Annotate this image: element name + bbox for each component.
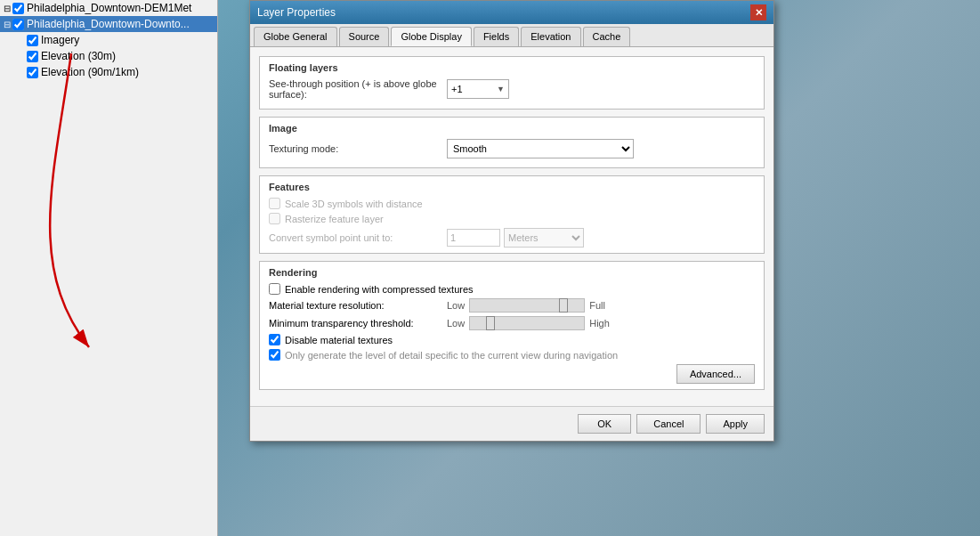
tab-elevation[interactable]: Elevation — [521, 27, 580, 46]
material-texture-slider[interactable] — [469, 298, 585, 313]
see-through-value: +1 — [451, 84, 463, 94]
features-title: Features — [269, 182, 755, 192]
see-through-dropdown[interactable]: +1 ▼ — [447, 79, 509, 99]
layer-label-philly-dem: Philadelphia_Downtown-DEM1Met — [27, 2, 191, 14]
disable-material-row: Disable material textures — [269, 334, 755, 345]
layer-checkbox-imagery[interactable] — [27, 35, 38, 46]
scale-3d-row: Scale 3D symbols with distance — [269, 198, 755, 209]
texturing-mode-label: Texturing mode: — [269, 143, 447, 154]
layer-properties-dialog: Layer Properties ✕ Globe General Source … — [249, 0, 774, 442]
dialog-title: Layer Properties — [257, 6, 336, 19]
only-generate-checkbox[interactable] — [269, 349, 280, 361]
layer-item-philly-dem[interactable]: ⊟Philadelphia_Downtown-DEM1Met — [0, 0, 217, 16]
expand-icon: ⊟ — [4, 4, 11, 13]
tab-cache[interactable]: Cache — [583, 27, 631, 46]
scale-3d-checkbox[interactable] — [269, 198, 280, 209]
rendering-title: Rendering — [269, 267, 755, 278]
material-texture-label: Material texture resolution: — [269, 300, 447, 311]
tab-source[interactable]: Source — [339, 27, 390, 46]
rasterize-label: Rasterize feature layer — [285, 214, 384, 224]
min-low-label: Low — [447, 318, 465, 329]
layer-label-elevation-90m: Elevation (90m/1km) — [41, 66, 139, 78]
layer-checkbox-elevation-90m[interactable] — [27, 67, 38, 78]
see-through-row: See-through position (+ is above globe s… — [269, 78, 755, 100]
min-transparency-label: Minimum transparency threshold: — [269, 318, 447, 329]
min-transparency-row: Minimum transparency threshold: Low High — [269, 316, 755, 330]
rasterize-checkbox[interactable] — [269, 213, 280, 224]
tab-globe-display[interactable]: Globe Display — [391, 27, 471, 46]
texturing-mode-select[interactable]: Smooth Sharp None — [447, 139, 634, 158]
layer-item-elevation-30m[interactable]: Elevation (30m) — [0, 48, 217, 64]
rasterize-row: Rasterize feature layer — [269, 213, 755, 224]
only-generate-label: Only generate the level of detail specif… — [285, 350, 618, 361]
enable-rendering-label: Enable rendering with compressed texture… — [285, 284, 474, 295]
see-through-arrow-icon: ▼ — [497, 85, 505, 93]
layer-checkbox-philly-downtown[interactable] — [12, 19, 24, 30]
tab-globe-general[interactable]: Globe General — [254, 27, 337, 46]
floating-layers-title: Floating layers — [269, 62, 755, 73]
material-low-label: Low — [447, 300, 465, 311]
tab-fields[interactable]: Fields — [474, 27, 519, 46]
layer-checkbox-elevation-30m[interactable] — [27, 51, 38, 62]
layer-item-imagery[interactable]: Imagery — [0, 32, 217, 48]
texturing-mode-row: Texturing mode: Smooth Sharp None — [269, 139, 755, 158]
see-through-label: See-through position (+ is above globe s… — [269, 78, 447, 100]
advanced-row: Advanced... — [269, 364, 755, 384]
features-section: Features Scale 3D symbols with distance … — [259, 175, 765, 254]
layer-label-imagery: Imagery — [41, 34, 79, 46]
rendering-section: Rendering Enable rendering with compress… — [259, 261, 765, 390]
layer-label-elevation-30m: Elevation (30m) — [41, 50, 116, 62]
cancel-button[interactable]: Cancel — [636, 414, 701, 434]
apply-button[interactable]: Apply — [706, 414, 765, 434]
material-full-label: Full — [589, 300, 605, 311]
enable-rendering-checkbox[interactable] — [269, 283, 280, 295]
image-section: Image Texturing mode: Smooth Sharp None — [259, 117, 765, 168]
layer-checkbox-philly-dem[interactable] — [12, 3, 24, 14]
scale-3d-label: Scale 3D symbols with distance — [285, 199, 423, 209]
only-generate-row: Only generate the level of detail specif… — [269, 349, 755, 361]
disable-material-label: Disable material textures — [285, 335, 393, 345]
layer-panel: ⊟Philadelphia_Downtown-DEM1Met⊟Philadelp… — [0, 0, 218, 536]
convert-row: Convert symbol point unit to: Meters Fee… — [269, 228, 755, 248]
arrow-annotation — [0, 0, 218, 536]
disable-material-checkbox[interactable] — [269, 334, 280, 345]
advanced-button[interactable]: Advanced... — [676, 364, 755, 384]
layer-item-elevation-90m[interactable]: Elevation (90m/1km) — [0, 64, 217, 80]
dialog-close-button[interactable]: ✕ — [750, 4, 766, 20]
dialog-content: Floating layers See-through position (+ … — [250, 47, 773, 406]
layer-item-philly-downtown[interactable]: ⊟Philadelphia_Downtown-Downto... — [0, 16, 217, 32]
unit-select[interactable]: Meters Feet Inches — [504, 228, 584, 248]
convert-label: Convert symbol point unit to: — [269, 232, 447, 243]
dialog-titlebar: Layer Properties ✕ — [250, 1, 773, 24]
tabs-bar: Globe General Source Globe Display Field… — [250, 24, 773, 47]
min-transparency-slider[interactable] — [469, 316, 585, 330]
ok-button[interactable]: OK — [578, 414, 631, 434]
floating-layers-section: Floating layers See-through position (+ … — [259, 56, 765, 110]
convert-value-input[interactable] — [447, 229, 500, 247]
expand-icon: ⊟ — [4, 20, 11, 29]
min-high-label: High — [589, 318, 610, 329]
image-title: Image — [269, 123, 755, 134]
layer-label-philly-downtown: Philadelphia_Downtown-Downto... — [27, 18, 190, 30]
dialog-footer: OK Cancel Apply — [250, 406, 773, 441]
enable-rendering-row: Enable rendering with compressed texture… — [269, 283, 755, 295]
material-texture-row: Material texture resolution: Low Full — [269, 298, 755, 313]
